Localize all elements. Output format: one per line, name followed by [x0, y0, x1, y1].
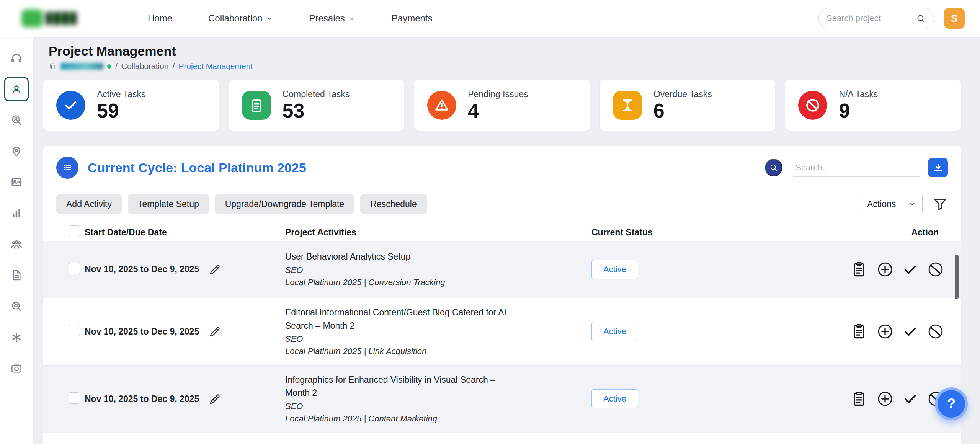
activity-path: Local Platinum 2025 | Content Marketing	[285, 413, 507, 425]
header-action: Action	[911, 227, 939, 238]
sidebar-item-teams[interactable]	[4, 232, 29, 256]
stat-value: 6	[653, 100, 712, 121]
nav-item-presales[interactable]: Presales	[309, 13, 355, 24]
sidebar-item-media[interactable]	[4, 356, 29, 380]
report-image-icon	[10, 176, 23, 189]
activity-path: Local Platinum 2025 | Link Acquisition	[285, 345, 507, 357]
approve-check-icon[interactable]	[903, 262, 918, 277]
stat-value: 59	[97, 100, 145, 121]
copy-icon[interactable]	[49, 62, 57, 70]
stat-label: Active Tasks	[97, 89, 145, 100]
table-row: Nov 10, 2025 to Dec 9, 2025 Infographics…	[43, 366, 961, 433]
sidebar-item-reports[interactable]	[4, 170, 29, 194]
breadcrumb-collaboration[interactable]: Collaboration	[121, 62, 169, 71]
row-checkbox[interactable]	[69, 325, 80, 336]
header-status: Current Status	[591, 227, 653, 237]
reschedule-button[interactable]: Reschedule	[360, 194, 426, 214]
sidebar-item-settings[interactable]	[4, 325, 29, 349]
sidebar-item-finance[interactable]: $	[4, 294, 29, 318]
sidebar-item-locations[interactable]	[4, 139, 29, 163]
notes-clipboard-icon[interactable]	[851, 390, 867, 407]
add-circle-icon[interactable]	[877, 390, 893, 407]
breadcrumb-project-management[interactable]: Project Management	[178, 62, 253, 71]
location-pin-icon	[10, 145, 23, 158]
stat-card-active-tasks: Active Tasks 59	[43, 80, 219, 131]
actions-dropdown[interactable]: Actions	[861, 194, 923, 214]
user-avatar[interactable]: S	[944, 8, 965, 29]
app-screen: Home Collaboration Presales Payments S	[0, 0, 980, 444]
cycle-header: Current Cycle: Local Platinum 2025	[56, 157, 948, 179]
sidebar-item-collaboration[interactable]	[4, 77, 29, 101]
icon-sidebar: $	[0, 37, 33, 444]
row-checkbox[interactable]	[69, 263, 80, 274]
chevron-down-icon	[348, 15, 356, 22]
stats-row: Active Tasks 59 Completed Tasks 53	[43, 80, 961, 131]
svg-text:$: $	[13, 300, 18, 309]
help-button[interactable]: ?	[935, 387, 968, 420]
edit-pencil-icon[interactable]	[209, 393, 221, 405]
stat-value: 53	[283, 100, 350, 121]
nav-label: Collaboration	[208, 13, 262, 24]
search-person-icon	[10, 114, 23, 127]
status-button[interactable]: Active	[591, 260, 638, 279]
actions-dropdown-label: Actions	[867, 199, 896, 209]
user-group-icon	[10, 238, 23, 251]
upgrade-downgrade-template-button[interactable]: Upgrade/Downgrade Template	[215, 194, 354, 214]
cancel-prohibit-icon[interactable]	[927, 261, 944, 278]
nav-item-collaboration[interactable]: Collaboration	[208, 13, 273, 24]
approve-check-icon[interactable]	[903, 324, 918, 339]
add-activity-button[interactable]: Add Activity	[56, 194, 122, 214]
stat-label: N/A Tasks	[839, 89, 878, 100]
export-download-button[interactable]	[928, 158, 948, 177]
edit-pencil-icon[interactable]	[209, 325, 221, 338]
project-search-input[interactable]	[826, 13, 916, 23]
add-circle-icon[interactable]	[877, 261, 893, 278]
activity-category: SEO	[285, 333, 507, 345]
clipboard-check-icon	[242, 91, 271, 120]
check-circle-icon	[56, 91, 85, 120]
template-setup-button[interactable]: Template Setup	[128, 194, 209, 214]
logo-mark	[46, 12, 77, 25]
table-scrollbar-thumb[interactable]	[955, 255, 959, 299]
header-date: Start Date/Due Date	[85, 227, 167, 238]
filter-funnel-icon[interactable]	[933, 196, 948, 212]
file-icon	[10, 269, 23, 282]
sidebar-item-support[interactable]	[4, 46, 29, 70]
row-checkbox[interactable]	[69, 392, 80, 404]
cycle-search-button[interactable]	[765, 159, 782, 176]
warning-triangle-icon	[427, 91, 456, 120]
download-icon	[933, 163, 943, 173]
sidebar-item-documents[interactable]	[4, 263, 29, 287]
table-header: Start Date/Due Date Project Activities C…	[43, 224, 961, 241]
notes-clipboard-icon[interactable]	[851, 261, 867, 278]
camera-box-icon	[10, 362, 23, 375]
project-search	[818, 8, 934, 29]
list-badge-icon	[56, 157, 78, 179]
stat-card-na-tasks: N/A Tasks 9	[785, 80, 961, 131]
sidebar-item-search-people[interactable]	[4, 108, 29, 132]
stat-card-overdue-tasks: Overdue Tasks 6	[600, 80, 776, 131]
stat-label: Overdue Tasks	[653, 89, 712, 100]
notes-clipboard-icon[interactable]	[851, 323, 867, 340]
nav-item-payments[interactable]: Payments	[392, 13, 433, 24]
money-search-icon: $	[10, 300, 23, 313]
sidebar-item-analytics[interactable]	[4, 201, 29, 225]
edit-pencil-icon[interactable]	[209, 263, 221, 276]
cycle-search-input[interactable]	[793, 159, 920, 177]
nav-item-home[interactable]: Home	[148, 13, 172, 24]
add-circle-icon[interactable]	[877, 323, 893, 340]
status-button[interactable]: Active	[591, 389, 638, 408]
activity-title: Infographics for Enhanced Visibility in …	[285, 373, 507, 400]
primary-nav: Home Collaboration Presales Payments	[148, 13, 433, 24]
cancel-prohibit-icon[interactable]	[927, 323, 944, 340]
app-logo-blurred[interactable]	[21, 10, 77, 27]
row-date: Nov 10, 2025 to Dec 9, 2025	[85, 394, 199, 404]
status-button[interactable]: Active	[591, 322, 638, 341]
activity-title: Editorial Informational Content/Guest Bl…	[285, 306, 507, 332]
breadcrumb-separator: /	[173, 62, 175, 71]
select-all-checkbox[interactable]	[69, 225, 80, 237]
search-icon[interactable]	[916, 13, 926, 24]
row-date: Nov 10, 2025 to Dec 9, 2025	[85, 264, 199, 274]
bar-chart-icon	[10, 207, 23, 220]
approve-check-icon[interactable]	[903, 391, 918, 406]
